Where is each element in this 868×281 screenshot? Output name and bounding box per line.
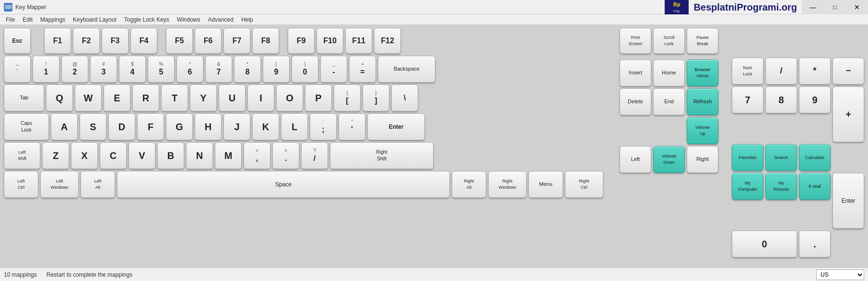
key-end[interactable]: End	[653, 88, 685, 115]
key-1[interactable]: ! 1	[33, 56, 59, 83]
key-left-shift[interactable]: LeftShift	[4, 142, 40, 169]
key-h[interactable]: H	[195, 113, 222, 140]
key-t[interactable]: T	[161, 85, 188, 111]
key-enter[interactable]: Enter	[367, 113, 425, 140]
key-k[interactable]: K	[252, 113, 279, 140]
key-backspace[interactable]: Backspace	[378, 56, 435, 83]
key-backslash[interactable]: \	[391, 85, 418, 111]
key-scroll-lock[interactable]: ScrollLock	[653, 28, 685, 54]
key-space[interactable]: Space	[117, 171, 450, 198]
menu-windows[interactable]: Windows	[173, 15, 204, 24]
key-num-8[interactable]: 8	[765, 86, 797, 113]
key-semicolon[interactable]: : ;	[310, 113, 337, 140]
key-esc[interactable]: Esc	[4, 28, 31, 54]
key-num-lock[interactable]: NumLock	[732, 58, 763, 85]
key-right-shift[interactable]: RightShift	[330, 142, 434, 169]
key-3[interactable]: # 3	[90, 56, 117, 83]
key-g[interactable]: G	[166, 113, 193, 140]
key-refresh[interactable]: Refresh	[687, 88, 718, 115]
key-d[interactable]: D	[108, 113, 135, 140]
key-u[interactable]: U	[219, 85, 246, 111]
key-f10[interactable]: F10	[317, 28, 343, 54]
key-f9[interactable]: F9	[288, 28, 315, 54]
key-w[interactable]: W	[75, 85, 102, 111]
key-r[interactable]: R	[132, 85, 159, 111]
key-e[interactable]: E	[104, 85, 130, 111]
key-f12[interactable]: F12	[374, 28, 401, 54]
key-j[interactable]: J	[223, 113, 250, 140]
key-menu[interactable]: Menu	[528, 171, 563, 198]
key-right-ctrl[interactable]: RightCtrl	[565, 171, 603, 198]
key-insert[interactable]: Insert	[620, 60, 651, 86]
key-period[interactable]: > .	[272, 142, 299, 169]
key-my-computer[interactable]: MyComputer	[732, 173, 763, 200]
key-comma[interactable]: < ,	[244, 142, 270, 169]
key-slash[interactable]: ? /	[301, 142, 328, 169]
key-f2[interactable]: F2	[73, 28, 100, 54]
key-left-arrow[interactable]: Left	[620, 146, 651, 173]
key-pause-break[interactable]: PauseBreak	[687, 28, 718, 54]
key-i[interactable]: I	[247, 85, 274, 111]
key-num-dot[interactable]: .	[799, 231, 831, 257]
key-quote[interactable]: " '	[339, 113, 365, 140]
key-f8[interactable]: F8	[252, 28, 279, 54]
key-n[interactable]: N	[186, 142, 213, 169]
restore-button[interactable]: □	[824, 0, 846, 14]
key-left-ctrl[interactable]: LeftCtrl	[4, 171, 38, 198]
key-8[interactable]: * 8	[234, 56, 261, 83]
close-button[interactable]: ✕	[846, 0, 868, 14]
key-email[interactable]: E-Mail	[799, 173, 831, 200]
key-v[interactable]: V	[129, 142, 155, 169]
key-0[interactable]: ) 0	[292, 56, 318, 83]
key-5[interactable]: % 5	[148, 56, 175, 83]
key-y[interactable]: Y	[190, 85, 217, 111]
key-f4[interactable]: F4	[130, 28, 157, 54]
key-f11[interactable]: F11	[345, 28, 372, 54]
key-left-windows[interactable]: LeftWindows	[40, 171, 79, 198]
menu-advanced[interactable]: Advanced	[204, 15, 237, 24]
key-o[interactable]: O	[276, 85, 303, 111]
key-f5[interactable]: F5	[166, 28, 193, 54]
key-equals[interactable]: + =	[349, 56, 376, 83]
key-m[interactable]: M	[215, 142, 242, 169]
key-num-multiply[interactable]: *	[799, 58, 831, 85]
key-calculator[interactable]: Calculator	[799, 144, 831, 171]
key-b[interactable]: B	[157, 142, 184, 169]
language-select[interactable]: US UK	[816, 269, 864, 280]
key-c[interactable]: C	[100, 142, 127, 169]
key-home[interactable]: Home	[653, 60, 685, 86]
key-backtick[interactable]: ~ `	[4, 56, 31, 83]
key-caps-lock[interactable]: CapsLock	[4, 113, 49, 140]
key-2[interactable]: @ 2	[61, 56, 88, 83]
key-z[interactable]: Z	[42, 142, 69, 169]
key-right-windows[interactable]: RightWindows	[488, 171, 527, 198]
key-num-divide[interactable]: /	[765, 58, 797, 85]
key-favorites[interactable]: Favorites	[732, 144, 763, 171]
key-print-screen[interactable]: PrintScreen	[620, 28, 651, 54]
key-lbracket[interactable]: { [	[334, 85, 361, 111]
key-f1[interactable]: F1	[44, 28, 71, 54]
key-volume-down[interactable]: VolumeDown	[653, 146, 685, 173]
key-browser-home[interactable]: BrowserHome	[687, 60, 718, 86]
key-rbracket[interactable]: } ]	[363, 85, 389, 111]
key-right-alt[interactable]: RightAlt	[452, 171, 486, 198]
key-f[interactable]: F	[137, 113, 164, 140]
menu-help[interactable]: Help	[237, 15, 257, 24]
key-a[interactable]: A	[51, 113, 78, 140]
key-f7[interactable]: F7	[223, 28, 250, 54]
key-my-pictures[interactable]: MyPictures	[765, 173, 797, 200]
key-tab[interactable]: Tab	[4, 85, 44, 111]
key-num-9[interactable]: 9	[799, 86, 831, 113]
key-9[interactable]: ( 9	[263, 56, 290, 83]
key-right-arrow[interactable]: Right	[687, 146, 718, 173]
key-num-minus[interactable]: −	[833, 58, 864, 85]
key-4[interactable]: $ 4	[119, 56, 146, 83]
key-q[interactable]: Q	[46, 85, 73, 111]
key-6[interactable]: ^ 6	[176, 56, 203, 83]
key-p[interactable]: P	[305, 85, 332, 111]
key-f6[interactable]: F6	[195, 28, 222, 54]
key-left-alt[interactable]: LeftAlt	[81, 171, 115, 198]
menu-edit[interactable]: Edit	[19, 15, 36, 24]
key-num-7[interactable]: 7	[732, 86, 763, 113]
menu-toggle-lock[interactable]: Toggle Lock Keys	[120, 15, 173, 24]
